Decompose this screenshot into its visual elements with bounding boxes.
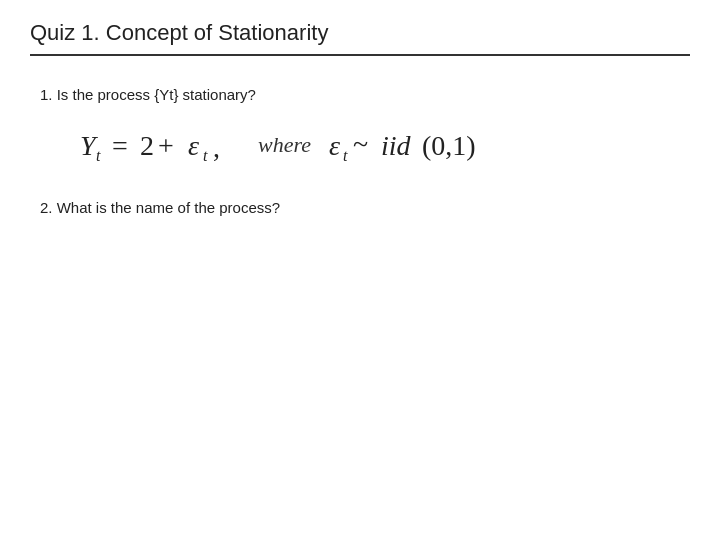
question1-block: 1. Is the process {Yt} stationary? Y t =…	[30, 86, 690, 169]
page-title: Quiz 1. Concept of Stationarity	[30, 20, 690, 46]
svg-text:ε: ε	[188, 130, 199, 161]
svg-text:2: 2	[140, 130, 154, 161]
formula-yt: Y t = 2 + ε t ,	[80, 121, 240, 169]
svg-text:t: t	[96, 147, 101, 164]
svg-text:(0,1): (0,1)	[422, 130, 476, 161]
svg-text:+: +	[158, 130, 174, 161]
svg-text:~: ~	[353, 128, 368, 159]
formula-epsilon: ε t ~ iid (0,1)	[329, 121, 504, 169]
svg-text:iid: iid	[381, 130, 412, 161]
svg-text:,: ,	[213, 132, 220, 163]
svg-text:ε: ε	[329, 130, 340, 161]
title-section: Quiz 1. Concept of Stationarity	[30, 20, 690, 56]
formula-line: Y t = 2 + ε t , where ε t	[80, 121, 690, 169]
question2-text: 2. What is the name of the process?	[40, 199, 690, 216]
svg-text:t: t	[343, 147, 348, 164]
page-container: Quiz 1. Concept of Stationarity 1. Is th…	[0, 0, 720, 540]
where-label: where	[258, 132, 311, 158]
question2-block: 2. What is the name of the process?	[30, 199, 690, 216]
svg-text:=: =	[112, 130, 128, 161]
question1-text: 1. Is the process {Yt} stationary?	[40, 86, 690, 103]
svg-text:t: t	[203, 147, 208, 164]
